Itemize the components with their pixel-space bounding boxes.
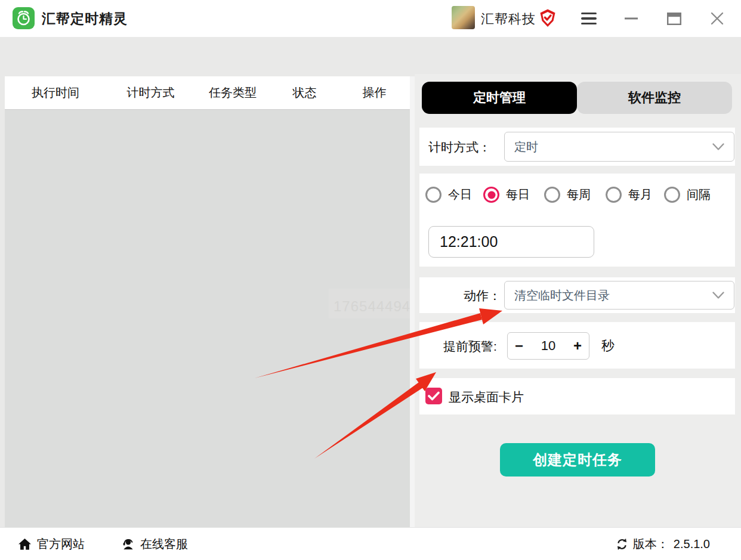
desktop-card-option-card: 显示桌面卡片 [419,378,735,414]
stepper-minus-button[interactable]: − [515,339,523,353]
action-label: 动作： [453,287,501,304]
radio-weekly-label: 每周 [567,187,591,203]
online-support-link[interactable]: 在线客服 [121,528,188,560]
watermark-text: 1765444949 [334,298,419,315]
warning-card: 提前预警: − 10 + 秒 [419,322,735,369]
radio-today[interactable]: 今日 [425,187,472,203]
version-value: 2.5.1.0 [674,537,710,551]
chevron-down-icon [712,143,724,151]
radio-circle-icon [483,187,499,203]
timing-mode-label: 计时方式： [428,139,491,156]
column-header-task-type: 任务类型 [195,85,270,101]
schedule-card: 今日 每日 每周 每月 间隔 [419,174,735,267]
menu-button[interactable] [575,0,603,37]
app-window: 汇帮定时精灵 汇帮科技 执行时间 [0,0,741,560]
warning-stepper: − 10 + [507,332,589,360]
radio-weekly[interactable]: 每周 [544,187,591,203]
column-header-actions: 操作 [339,85,410,101]
column-header-status: 状态 [270,85,339,101]
radio-interval[interactable]: 间隔 [664,187,711,203]
refresh-icon[interactable] [616,538,628,550]
stepper-value: 10 [541,338,555,354]
task-table-panel: 执行时间 计时方式 任务类型 状态 操作 1765444949 [5,76,410,560]
radio-monthly[interactable]: 每月 [606,187,652,203]
panel-divider [410,76,415,560]
account-avatar[interactable] [452,6,475,29]
time-input[interactable] [428,226,594,258]
radio-circle-icon [425,187,441,203]
home-icon [18,538,32,550]
action-select[interactable]: 清空临时文件目录 [504,281,734,310]
radio-circle-icon [664,187,680,203]
column-header-timing-mode: 计时方式 [106,85,195,101]
radio-interval-label: 间隔 [687,187,711,203]
warning-label: 提前预警: [443,338,497,355]
app-logo-alarm-icon [12,7,35,30]
title-bar: 汇帮定时精灵 汇帮科技 [0,0,741,37]
official-website-label: 官方网站 [37,536,85,552]
checkmark-icon [428,391,440,401]
official-website-link[interactable]: 官方网站 [18,528,85,560]
create-task-button[interactable]: 创建定时任务 [500,443,655,477]
action-value: 清空临时文件目录 [514,287,712,304]
hamburger-icon [581,10,597,28]
vip-badge-icon [539,8,557,28]
minimize-button[interactable] [618,0,645,37]
main-area: 执行时间 计时方式 任务类型 状态 操作 1765444949 定时管理 软件监… [0,37,741,527]
column-header-exec-time: 执行时间 [5,85,106,101]
tab-timer-management[interactable]: 定时管理 [422,82,577,114]
radio-today-label: 今日 [448,187,472,203]
radio-monthly-label: 每月 [628,187,652,203]
version-label: 版本： [633,536,669,552]
warning-unit: 秒 [601,337,615,355]
online-support-label: 在线客服 [140,536,188,552]
radio-circle-icon [606,187,622,203]
radio-daily[interactable]: 每日 [483,187,530,203]
minimize-icon [625,17,638,20]
radio-daily-label: 每日 [506,187,530,203]
action-card: 动作： 清空临时文件目录 [419,277,735,313]
timing-mode-card: 计时方式： 定时 [419,128,735,166]
maximize-button[interactable] [660,0,688,37]
stepper-plus-button[interactable]: + [573,339,582,353]
version-info: 版本：2.5.1.0 [616,528,710,560]
timing-mode-value: 定时 [514,139,712,155]
account-name: 汇帮科技 [481,10,536,28]
chevron-down-icon [712,292,724,299]
customer-service-icon [121,537,135,551]
footer-bar: 官方网站 在线客服 版本：2.5.1.0 [0,527,741,560]
maximize-icon [667,13,681,25]
timing-mode-select[interactable]: 定时 [504,132,734,162]
close-button[interactable] [703,0,731,37]
desktop-card-checkbox-label: 显示桌面卡片 [449,389,524,406]
tab-software-monitor[interactable]: 软件监控 [577,82,732,114]
task-table-header: 执行时间 计时方式 任务类型 状态 操作 [5,76,410,110]
close-icon [711,12,724,25]
desktop-card-checkbox[interactable] [425,388,442,404]
app-title: 汇帮定时精灵 [42,10,128,28]
radio-circle-icon [544,187,560,203]
